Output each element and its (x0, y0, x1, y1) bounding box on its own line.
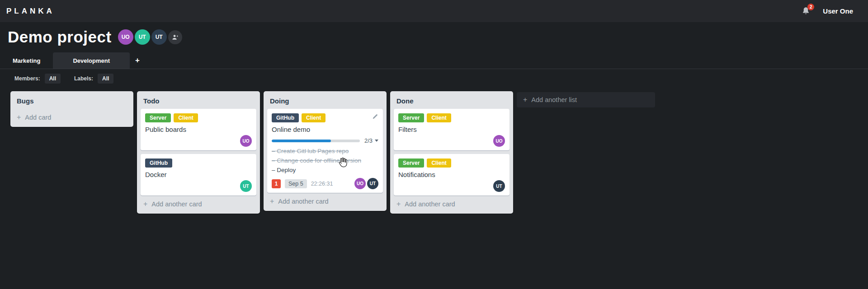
cards-container: Server Client Filters UO Server Client N… (390, 109, 513, 196)
card-title: Public boards (145, 126, 252, 133)
add-card-label: Add another card (405, 200, 455, 208)
avatar[interactable]: UT (240, 180, 252, 192)
label-client[interactable]: Client (174, 113, 198, 122)
add-card-button[interactable]: + Add card (10, 109, 133, 125)
card-title: Online demo (272, 126, 378, 133)
add-card-button[interactable]: + Add another card (390, 196, 513, 212)
labels-filter-value[interactable]: All (98, 74, 113, 84)
add-card-label: Add another card (278, 198, 328, 205)
list-doing: Doing GitHub Client Online demo (264, 91, 387, 211)
tasks-progress: 2/3 (272, 137, 378, 144)
filter-bar: Members: All Labels: All (14, 74, 868, 84)
add-board-button[interactable]: + (130, 52, 145, 69)
card-notification-badge: 1 (272, 179, 281, 188)
card-members: UT (398, 180, 505, 192)
topbar-right: 2 User One (801, 6, 853, 17)
progress-fill (272, 140, 331, 142)
avatar[interactable]: UT (367, 178, 378, 189)
add-card-button[interactable]: + Add another card (137, 196, 260, 212)
avatar[interactable]: UT (135, 29, 150, 45)
card-members: UT (145, 180, 252, 192)
project-members: UO UT UT (118, 29, 182, 45)
task-bullet: – (272, 157, 275, 164)
avatar[interactable]: UO (354, 178, 366, 189)
list-name[interactable]: Bugs (10, 91, 133, 109)
card-online-demo[interactable]: GitHub Client Online demo 2/3 – (267, 109, 383, 193)
timer-value[interactable]: 22:26:31 (311, 181, 333, 187)
add-card-label: Add another card (151, 200, 202, 208)
task-item[interactable]: – Create GitHub Pages repo (272, 146, 378, 156)
progress-count: 2/3 (364, 137, 373, 144)
add-list-label: Add another list (531, 96, 577, 103)
task-text: Change code for offline version (277, 157, 361, 164)
task-bullet: – (272, 148, 275, 154)
card-title: Docker (145, 171, 252, 178)
cards-container: GitHub Client Online demo 2/3 – (264, 109, 387, 193)
label-client[interactable]: Client (427, 113, 451, 122)
avatar[interactable]: UO (118, 29, 133, 45)
plus-icon: + (270, 198, 274, 205)
label-github[interactable]: GitHub (145, 158, 172, 168)
card-public-boards[interactable]: Server Client Public boards UO (141, 109, 256, 150)
notifications-button[interactable]: 2 (801, 6, 811, 17)
avatar[interactable]: UO (493, 135, 505, 147)
add-list-button[interactable]: + Add another list (517, 92, 655, 107)
card-notifications[interactable]: Server Client Notifications UT (394, 154, 509, 196)
avatar[interactable]: UO (240, 135, 252, 147)
board-tabs: Marketing Development + (0, 52, 868, 69)
label-client[interactable]: Client (302, 113, 326, 122)
avatar[interactable]: UT (151, 29, 167, 45)
plus-icon: + (143, 200, 147, 208)
user-menu[interactable]: User One (823, 7, 853, 15)
card-members: UO UT (353, 178, 378, 189)
card-filters[interactable]: Server Client Filters UO (394, 109, 509, 150)
card-labels: Server Client (145, 113, 252, 122)
person-add-icon (171, 33, 179, 41)
top-bar: PLANKA 2 User One (0, 0, 868, 22)
list-name[interactable]: Done (390, 91, 513, 109)
task-item[interactable]: – Change code for offline version (272, 156, 378, 165)
progress-toggle[interactable]: 2/3 (364, 137, 378, 144)
card-labels: GitHub (145, 158, 252, 168)
label-server[interactable]: Server (145, 113, 171, 122)
members-filter-label: Members: (14, 75, 40, 82)
task-item[interactable]: – Deploy (272, 165, 378, 175)
edit-card-button[interactable] (372, 113, 378, 122)
chevron-down-icon (375, 140, 378, 142)
labels-filter-label: Labels: (74, 75, 93, 82)
add-member-button[interactable] (168, 30, 182, 44)
card-members: UO (398, 135, 505, 147)
members-filter-value[interactable]: All (45, 74, 61, 84)
label-server[interactable]: Server (398, 113, 424, 122)
page-title[interactable]: Demo project (8, 28, 112, 46)
list-todo: Todo Server Client Public boards UO GitH… (137, 91, 260, 214)
task-text: Create GitHub Pages repo (277, 148, 349, 154)
project-header: Demo project UO UT UT (8, 28, 868, 46)
add-card-button[interactable]: + Add another card (264, 193, 387, 209)
plus-icon: + (396, 200, 401, 208)
card-docker[interactable]: GitHub Docker UT (141, 154, 256, 196)
tab-marketing[interactable]: Marketing (0, 52, 53, 69)
due-date-chip[interactable]: Sep 5 (285, 179, 307, 188)
plus-icon: + (17, 114, 21, 121)
list-name[interactable]: Todo (137, 91, 260, 109)
card-labels: Server Client (398, 113, 505, 122)
task-text: Deploy (277, 167, 296, 173)
label-server[interactable]: Server (398, 158, 424, 168)
cards-container: Server Client Public boards UO GitHub Do… (137, 109, 260, 196)
tab-development[interactable]: Development (53, 52, 130, 69)
plus-icon: + (523, 96, 527, 103)
task-bullet: – (272, 167, 275, 173)
card-title: Notifications (398, 171, 505, 178)
list-name[interactable]: Doing (264, 91, 387, 109)
notification-badge: 2 (807, 4, 814, 10)
card-meta: 1 Sep 5 22:26:31 UO UT (272, 178, 378, 189)
avatar[interactable]: UT (493, 180, 505, 192)
label-github[interactable]: GitHub (272, 113, 299, 122)
app-logo[interactable]: PLANKA (6, 7, 55, 16)
card-labels: Server Client (398, 158, 505, 168)
list-bugs: Bugs + Add card (10, 91, 133, 127)
label-client[interactable]: Client (427, 158, 451, 168)
card-title: Filters (398, 126, 505, 133)
board: Bugs + Add card Todo Server Client Publi… (10, 91, 868, 214)
